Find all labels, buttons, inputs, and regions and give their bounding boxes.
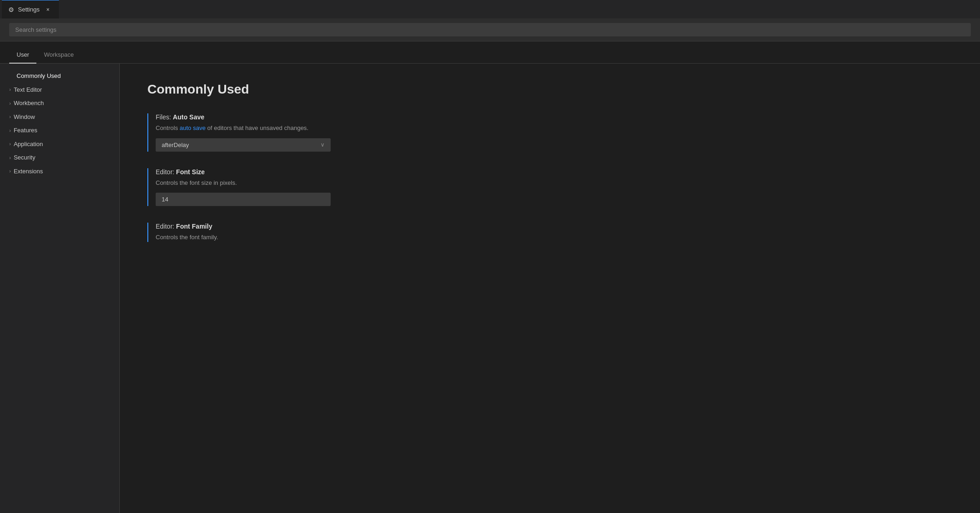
tab-user[interactable]: User (9, 47, 36, 64)
chevron-right-icon: › (9, 86, 11, 94)
setting-auto-save: Files: Auto Save Controls auto save of e… (147, 113, 952, 152)
sidebar-item-label: Commonly Used (17, 71, 61, 81)
setting-label-font-family: Editor: Font Family (156, 223, 952, 230)
sidebar-item-label: Workbench (14, 99, 44, 108)
sidebar-item-features[interactable]: › Features (0, 124, 119, 137)
chevron-right-icon: › (9, 154, 11, 162)
setting-label-bold: Auto Save (173, 113, 204, 121)
tab-workspace[interactable]: Workspace (36, 47, 81, 64)
content-area: Commonly Used › Text Editor › Workbench … (0, 64, 980, 513)
setting-label-prefix: Editor: (156, 223, 176, 230)
setting-font-family: Editor: Font Family Controls the font fa… (147, 223, 952, 242)
setting-desc-link[interactable]: auto save (180, 124, 205, 131)
setting-description-font-size: Controls the font size in pixels. (156, 178, 952, 188)
sidebar-item-label: Text Editor (14, 85, 42, 94)
sidebar-item-security[interactable]: › Security (0, 151, 119, 165)
setting-label-bold: Font Family (176, 223, 212, 230)
sidebar-item-label: Security (14, 153, 35, 162)
main-content: Commonly Used Files: Auto Save Controls … (120, 64, 980, 513)
settings-tab[interactable]: ⚙ Settings × (2, 0, 59, 18)
setting-desc-plain: Controls the font family. (156, 234, 218, 241)
setting-desc-plain: Controls (156, 124, 180, 131)
settings-icon: ⚙ (8, 6, 14, 13)
settings-tabs-bar: User Workspace (0, 41, 980, 64)
setting-desc-suffix: of editors that have unsaved changes. (205, 124, 308, 131)
sidebar-item-label: Extensions (14, 167, 43, 176)
auto-save-dropdown[interactable]: afterDelay ∨ (156, 138, 331, 152)
sidebar-item-label: Application (14, 140, 43, 149)
sidebar-item-label: Window (14, 112, 35, 122)
section-title: Commonly Used (147, 82, 952, 97)
chevron-right-icon: › (9, 113, 11, 121)
sidebar-item-window[interactable]: › Window (0, 110, 119, 124)
chevron-right-icon: › (9, 127, 11, 135)
main-layout: User Workspace Commonly Used › Text Edit… (0, 18, 980, 513)
sidebar-item-commonly-used[interactable]: Commonly Used (0, 69, 119, 83)
setting-label-font-size: Editor: Font Size (156, 168, 952, 176)
tab-label: Settings (18, 6, 40, 13)
sidebar-item-application[interactable]: › Application (0, 137, 119, 151)
search-input[interactable] (9, 23, 971, 36)
search-bar-container (0, 18, 980, 41)
setting-label-bold: Font Size (176, 168, 204, 176)
setting-label-prefix: Files: (156, 113, 173, 121)
setting-label-prefix: Editor: (156, 168, 176, 176)
sidebar-item-text-editor[interactable]: › Text Editor (0, 83, 119, 97)
auto-save-dropdown-value: afterDelay (162, 142, 189, 148)
setting-label-auto-save: Files: Auto Save (156, 113, 952, 121)
tab-bar: ⚙ Settings × (0, 0, 980, 18)
font-size-input[interactable] (156, 193, 331, 206)
chevron-right-icon: › (9, 140, 11, 148)
setting-desc-plain: Controls the font size in pixels. (156, 179, 237, 186)
chevron-right-icon: › (9, 167, 11, 175)
chevron-down-icon: ∨ (321, 142, 325, 148)
tab-close-button[interactable]: × (43, 5, 52, 14)
chevron-right-icon: › (9, 100, 11, 107)
setting-description-auto-save: Controls auto save of editors that have … (156, 124, 952, 133)
sidebar-item-workbench[interactable]: › Workbench (0, 96, 119, 110)
setting-font-size: Editor: Font Size Controls the font size… (147, 168, 952, 206)
setting-description-font-family: Controls the font family. (156, 233, 952, 242)
sidebar: Commonly Used › Text Editor › Workbench … (0, 64, 120, 513)
sidebar-item-label: Features (14, 126, 37, 135)
sidebar-item-extensions[interactable]: › Extensions (0, 165, 119, 178)
